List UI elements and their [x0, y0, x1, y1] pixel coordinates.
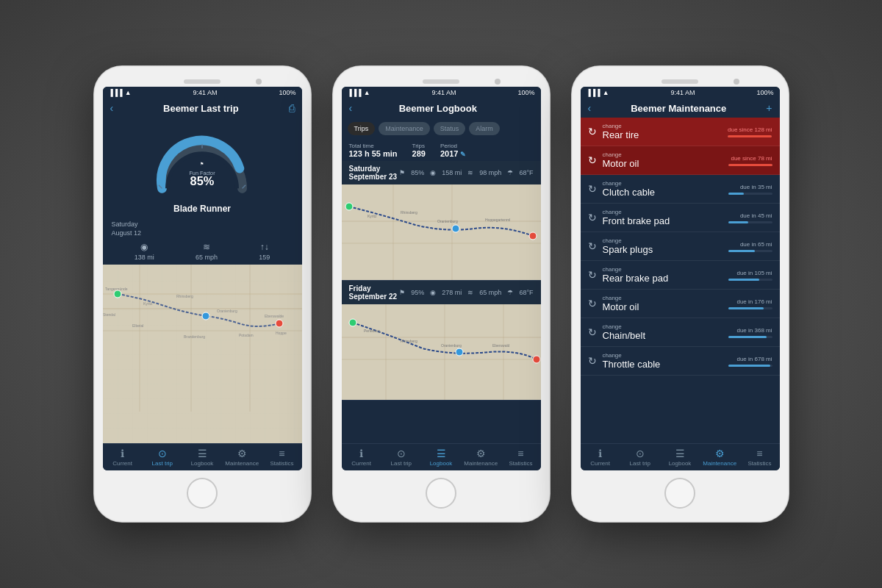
maint-right-3: due in 35 mi [728, 184, 772, 195]
status-bar-2: ▐▐▐ ▲ 9:41 AM 100% [342, 87, 541, 98]
trip-date: Saturday August 12 [103, 218, 302, 238]
tab-maintenance-label-1: Maintenance [225, 460, 259, 467]
total-time-val: 123 h 55 min [349, 149, 398, 158]
trip-speed: ≋ 65 mph [196, 242, 218, 261]
stats-icon-1: ≡ [279, 448, 284, 459]
tab-lasttrip-3[interactable]: ⊙ Last trip [620, 444, 660, 470]
svg-point-31 [529, 232, 537, 240]
logbook-tab-status[interactable]: Status [434, 122, 466, 135]
maint-item-motor-oil[interactable]: ↻ change Motor oil due in 176 mi [581, 290, 780, 318]
maint-item-spark-plugs[interactable]: ↻ change Spark plugs due in 65 mi [581, 232, 780, 261]
maint-due-1: due since 128 mi [728, 126, 772, 133]
tab-lasttrip-2[interactable]: ⊙ Last trip [381, 444, 421, 470]
maint-item-front-brake[interactable]: ↻ change Front brake pad due in 45 mi [581, 204, 780, 232]
maint-bar-5 [728, 250, 772, 252]
svg-text:Oranienburg: Oranienburg [437, 219, 458, 223]
tab-maintenance-1[interactable]: ⚙ Maintenance [222, 444, 262, 470]
svg-text:Perleberg: Perleberg [364, 329, 380, 333]
trips-val: 289 [412, 149, 426, 158]
share-button-1[interactable]: ⎙ [289, 102, 295, 114]
trip-distance: ◉ 138 mi [135, 242, 154, 261]
maint-name-9: Throttle cable [603, 359, 728, 370]
svg-text:85%: 85% [190, 174, 215, 187]
maint-label-1: change [603, 123, 728, 129]
title-text-1: Beemer [163, 103, 198, 114]
edit-icon-period[interactable]: ✎ [460, 151, 466, 158]
logbook-icon-1: ☰ [198, 448, 207, 459]
tab-stats-1[interactable]: ≡ Statistics [262, 444, 301, 470]
signal-icon: ▐▐▐ [109, 89, 123, 96]
trip1-dist-icon: ◉ [430, 169, 436, 176]
tab-stats-2[interactable]: ≡ Statistics [501, 444, 540, 470]
svg-point-14 [276, 320, 283, 327]
trip2-stats: ⚑ 95% ◉ 278 mi ≋ 65 mph ☂ 68°F [399, 289, 533, 296]
period-stat: Period 2017 ✎ [440, 143, 467, 158]
svg-point-42 [456, 348, 463, 356]
maint-item-motor-oil-overdue[interactable]: ↻ change Motor oil due since 78 mi [581, 146, 780, 175]
trip-entry-2: Friday September 22 ⚑ 95% ◉ 278 mi ≋ 65 … [342, 281, 541, 401]
svg-text:Oranienburg: Oranienburg [217, 309, 237, 313]
maint-text-9: change Throttle cable [603, 352, 728, 370]
maint-due-6: due in 105 mi [728, 270, 772, 276]
phone-top-bar-2 [342, 75, 541, 87]
maint-item-chain[interactable]: ↻ change Chain/belt due in 368 mi [581, 318, 780, 347]
maint-text-3: change Clutch cable [603, 180, 728, 198]
wifi-icon-3: ▲ [603, 89, 609, 96]
maint-bar-4 [728, 221, 772, 223]
svg-text:Tangermünde: Tangermünde [105, 287, 128, 291]
trip2-map-svg: Perleberg Rhinsberg Oranienburg Eberswal… [342, 304, 541, 400]
trip2-temp: 68°F [519, 289, 533, 296]
trip2-speed-icon: ≋ [467, 289, 473, 296]
phone1-home-button[interactable] [187, 478, 218, 509]
trip1-map: Kyritz Rhinsberg Oranienburg Hoppegarten… [342, 184, 541, 280]
logbook-icon-3: ☰ [675, 448, 685, 459]
maint-item-throttle[interactable]: ↻ change Throttle cable due in 678 mi [581, 347, 780, 376]
maint-bar-6 [728, 279, 772, 281]
title-text-3: Beemer [631, 103, 666, 114]
logbook-icon-2: ☰ [437, 448, 446, 459]
maint-name-2: Motor oil [603, 158, 728, 169]
maint-item-rear-brake[interactable]: ↻ change Rear brake pad due in 105 mi [581, 261, 780, 290]
maint-item-clutch[interactable]: ↻ change Clutch cable due in 35 mi [581, 175, 780, 204]
trip1-dist: 158 mi [442, 169, 462, 176]
logbook-tab-trips[interactable]: Trips [348, 122, 376, 135]
svg-text:Oranienburg: Oranienburg [441, 343, 462, 348]
logbook-tab-maintenance[interactable]: Maintenance [379, 122, 430, 135]
maint-item-rear-tire[interactable]: ↻ change Rear tire due since 128 mi [581, 118, 780, 146]
add-button-3[interactable]: + [766, 102, 772, 114]
tab-current-3[interactable]: ℹ Current [581, 444, 620, 470]
tab-stats-3[interactable]: ≡ Statistics [739, 444, 779, 470]
trip-map: Kyritz Rhinsberg Oranienburg Eberswalde … [103, 265, 302, 443]
phone2-home-button[interactable] [426, 478, 456, 509]
maint-text-7: change Motor oil [603, 295, 728, 312]
trip2-temp-icon: ☂ [507, 289, 513, 296]
tab-logbook-1[interactable]: ☰ Logbook [182, 444, 222, 470]
tab-logbook-3[interactable]: ☰ Logbook [660, 444, 700, 470]
maint-bar-fill-5 [728, 250, 755, 252]
trip2-fun: 95% [411, 289, 424, 296]
maintenance-icon-2: ⚙ [476, 448, 486, 459]
tab-current-1[interactable]: ℹ Current [103, 444, 143, 470]
phone3-home-button[interactable] [664, 478, 695, 509]
trip1-date2: September 23 [349, 173, 398, 181]
maint-label-8: change [603, 323, 728, 330]
tab-current-2[interactable]: ℹ Current [342, 444, 381, 470]
maint-bar-fill-8 [728, 336, 767, 338]
wifi-icon-2: ▲ [364, 89, 370, 96]
refresh-icon-3: ↻ [588, 183, 597, 195]
logbook-tab-alarm[interactable]: Alarm [469, 122, 500, 135]
svg-text:Hoppe: Hoppe [276, 331, 287, 335]
maint-right-1: due since 128 mi [728, 126, 772, 137]
tab-logbook-2[interactable]: ☰ Logbook [421, 444, 461, 470]
maint-text-6: change Rear brake pad [603, 266, 728, 284]
maint-name-3: Clutch cable [603, 187, 728, 198]
tab-maintenance-3[interactable]: ⚙ Maintenance [700, 444, 739, 470]
rider-name: Blade Runner [103, 202, 302, 218]
trip-entry-2-date: Friday September 22 [349, 284, 398, 301]
trip1-speed: 98 mph [479, 169, 501, 176]
svg-text:Eberswald: Eberswald [492, 343, 510, 348]
tab-maintenance-2[interactable]: ⚙ Maintenance [461, 444, 501, 470]
tab-lasttrip-1[interactable]: ⊙ Last trip [143, 444, 182, 470]
trip-dist-val: 138 mi [135, 254, 154, 261]
svg-point-41 [349, 319, 356, 326]
